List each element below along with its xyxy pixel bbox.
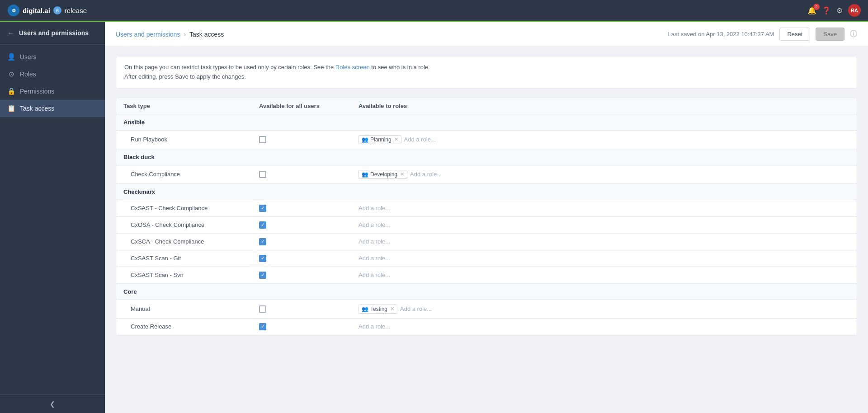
logo-text: digital.ai <box>23 7 50 14</box>
add-role-cxsast-check[interactable]: Add a role... <box>359 205 390 211</box>
role-tag-testing-close[interactable]: ✕ <box>390 306 394 312</box>
checkbox-cxsast-git[interactable] <box>259 255 266 262</box>
add-role-manual[interactable]: Add a role... <box>400 305 432 312</box>
sidebar-item-task-access[interactable]: 📋 Task access <box>0 100 105 117</box>
help-icon[interactable]: ❓ <box>822 6 831 15</box>
avatar[interactable]: RA <box>848 4 861 17</box>
task-name-cxsast-git: CxSAST Scan - Git <box>123 255 259 262</box>
section-checkmarx: Checkmarx <box>116 184 857 200</box>
settings-icon[interactable]: ⚙ <box>836 6 843 15</box>
role-icon: 👥 <box>362 136 368 143</box>
section-ansible-label: Ansible <box>123 119 259 126</box>
sidebar-header[interactable]: ← Users and permissions <box>0 22 105 45</box>
release-text: release <box>65 7 87 14</box>
add-role-cxsast-git[interactable]: Add a role... <box>359 255 390 262</box>
task-name-cxsast-svn: CxSAST Scan - Svn <box>123 272 259 278</box>
checkbox-cxsast-svn[interactable] <box>259 272 266 279</box>
section-black-duck-label: Black duck <box>123 154 259 160</box>
sidebar-item-users[interactable]: 👤 Users <box>0 48 105 66</box>
reset-button[interactable]: Reset <box>779 28 810 41</box>
checkbox-cxosa-check[interactable] <box>259 221 266 229</box>
sidebar-item-users-label: Users <box>20 53 37 61</box>
roles-icon: ⊙ <box>7 70 15 78</box>
sidebar-item-permissions-label: Permissions <box>20 88 54 95</box>
topnav: ⚙ digital.ai R release 🔔 2 ❓ ⚙ RA <box>0 0 868 22</box>
save-button[interactable]: Save <box>816 28 844 41</box>
add-role-cxsast-svn[interactable]: Add a role... <box>359 272 390 278</box>
table-row: CxSCA - Check Compliance Add a role... <box>116 234 857 250</box>
svg-text:⚙: ⚙ <box>12 8 16 13</box>
table-row: CxSAST - Check Compliance Add a role... <box>116 200 857 217</box>
role-tag-planning-label: Planning <box>370 136 392 143</box>
breadcrumb-separator: › <box>184 31 186 38</box>
sidebar-item-roles[interactable]: ⊙ Roles <box>0 66 105 83</box>
task-name-manual: Manual <box>123 305 259 312</box>
main-content: Users and permissions › Task access Last… <box>105 22 868 413</box>
last-saved-text: Last saved on Apr 13, 2022 10:47:37 AM <box>668 31 774 38</box>
sidebar-item-task-access-label: Task access <box>20 105 54 112</box>
sidebar-title: Users and permissions <box>19 29 89 37</box>
section-ansible: Ansible <box>116 114 857 131</box>
add-role-cxosa-check[interactable]: Add a role... <box>359 221 390 228</box>
page-help-icon[interactable]: ⓘ <box>850 29 857 39</box>
info-box-line1: On this page you can restrict task types… <box>124 63 849 72</box>
role-tag-testing-label: Testing <box>370 306 387 312</box>
topnav-icons: 🔔 2 ❓ ⚙ RA <box>807 4 861 17</box>
sidebar-collapse[interactable]: ❮ <box>0 394 105 413</box>
sidebar-item-roles-label: Roles <box>20 70 36 78</box>
task-name-check-compliance-bd: Check Compliance <box>123 171 259 178</box>
svg-text:R: R <box>56 9 59 13</box>
topnav-left: ⚙ digital.ai R release <box>7 4 87 17</box>
role-icon: 👥 <box>362 306 368 312</box>
role-tag-planning: 👥 Planning ✕ <box>359 135 401 144</box>
section-core-label: Core <box>123 288 259 295</box>
section-black-duck: Black duck <box>116 149 857 165</box>
info-box: On this page you can restrict task types… <box>116 56 857 89</box>
checkbox-create-release[interactable] <box>259 323 266 330</box>
role-tag-testing: 👥 Testing ✕ <box>359 305 397 314</box>
add-role-run-playbook[interactable]: Add a role... <box>404 136 436 143</box>
logo-icon: ⚙ <box>7 4 20 17</box>
checkbox-check-compliance-bd[interactable] <box>259 171 266 178</box>
role-tag-developing-close[interactable]: ✕ <box>400 171 404 177</box>
breadcrumb: Users and permissions › Task access <box>116 31 224 38</box>
col-header-task-type: Task type <box>123 103 259 109</box>
table-row: Manual 👥 Testing ✕ Add a role... <box>116 300 857 319</box>
task-table: Task type Available for all users Availa… <box>116 98 857 335</box>
table-row: Create Release Add a role... <box>116 319 857 335</box>
sidebar-item-permissions[interactable]: 🔒 Permissions <box>0 83 105 100</box>
section-checkmarx-label: Checkmarx <box>123 188 259 195</box>
role-tag-planning-close[interactable]: ✕ <box>394 136 398 142</box>
checkbox-manual[interactable] <box>259 305 266 313</box>
breadcrumb-link[interactable]: Users and permissions <box>116 31 180 38</box>
add-role-create-release[interactable]: Add a role... <box>359 323 390 330</box>
info-box-line2: After editing, press Save to apply the c… <box>124 72 849 82</box>
table-row: CxSAST Scan - Svn Add a role... <box>116 267 857 284</box>
roles-screen-link[interactable]: Roles screen <box>335 64 370 70</box>
page-header-actions: Last saved on Apr 13, 2022 10:47:37 AM R… <box>668 28 857 41</box>
sidebar-nav: 👤 Users ⊙ Roles 🔒 Permissions 📋 Task acc… <box>0 45 105 121</box>
page-header: Users and permissions › Task access Last… <box>105 22 868 47</box>
page-content: On this page you can restrict task types… <box>105 47 868 413</box>
table-row: CxOSA - Check Compliance Add a role... <box>116 217 857 234</box>
collapse-icon: ❮ <box>50 400 55 408</box>
users-icon: 👤 <box>7 53 15 61</box>
role-icon: 👥 <box>362 171 368 178</box>
checkbox-run-playbook[interactable] <box>259 136 266 143</box>
section-core: Core <box>116 284 857 300</box>
task-name-cxsca-check: CxSCA - Check Compliance <box>123 238 259 245</box>
add-role-check-compliance-bd[interactable]: Add a role... <box>410 171 442 178</box>
notification-badge: 2 <box>813 4 820 10</box>
add-role-cxsca-check[interactable]: Add a role... <box>359 238 390 245</box>
table-row: Run Playbook 👥 Planning ✕ Add a role... <box>116 131 857 149</box>
col-header-available-roles: Available to roles <box>359 103 849 109</box>
release-icon: R <box>53 6 62 15</box>
breadcrumb-current: Task access <box>189 31 224 38</box>
app-body: ← Users and permissions 👤 Users ⊙ Roles … <box>0 22 868 413</box>
role-tag-developing-label: Developing <box>370 171 397 178</box>
checkbox-cxsca-check[interactable] <box>259 238 266 245</box>
sidebar: ← Users and permissions 👤 Users ⊙ Roles … <box>0 22 105 413</box>
task-access-icon: 📋 <box>7 104 15 113</box>
checkbox-cxsast-check[interactable] <box>259 205 266 212</box>
notification-icon[interactable]: 🔔 2 <box>807 6 816 15</box>
